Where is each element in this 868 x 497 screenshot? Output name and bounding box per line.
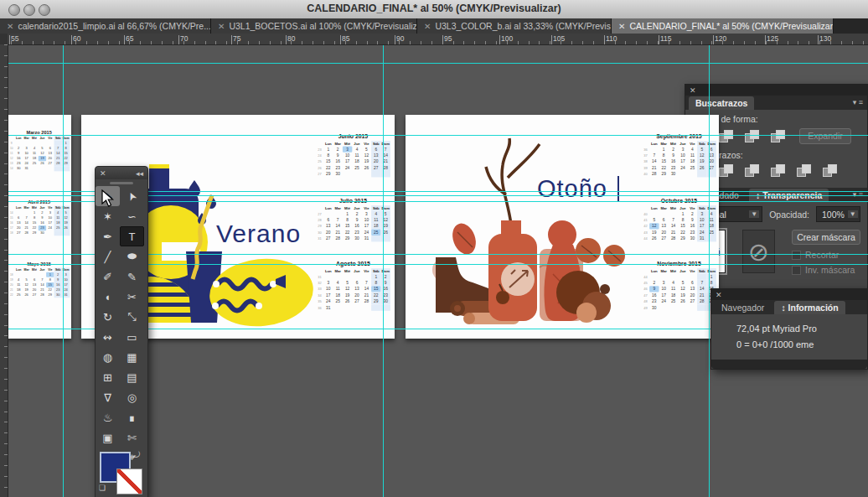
calendar-cell: 27 [688, 298, 697, 304]
scale-tool[interactable]: ⤡ [120, 307, 144, 327]
create-mask-button[interactable]: Crear máscara [792, 230, 860, 245]
symbol-sprayer-tool[interactable]: ♨ [96, 407, 120, 427]
perspective-grid-tool[interactable]: ▦ [120, 347, 144, 367]
calendar-cell: 11 [371, 217, 380, 223]
collapse-panel-icon[interactable]: ◂◂ [136, 169, 143, 178]
calendar-cell [362, 304, 371, 310]
calendar-cell: 23 [333, 165, 343, 171]
opacity-select[interactable]: 100%▼ [816, 206, 860, 222]
close-panel-icon[interactable]: ✕ [716, 291, 722, 299]
close-tab-icon[interactable]: ✕ [218, 22, 225, 31]
line-segment-tool[interactable]: ╱ [96, 246, 120, 267]
document-tab[interactable]: ✕CALENDARIO_FINAL* al 50% (CMYK/Previsua… [612, 18, 834, 34]
close-panel-icon[interactable]: ✕ [690, 86, 696, 95]
guide-horizontal[interactable] [7, 63, 868, 64]
otono-text[interactable]: Otoño [537, 175, 607, 203]
opacity-label: Opacidad: [769, 210, 809, 220]
lasso-tool[interactable]: ∽ [120, 206, 144, 226]
tab-informacion[interactable]: ↕ Información [774, 301, 845, 314]
horizontal-ruler[interactable]: 556065707580859095100105110115120125130 [0, 34, 868, 45]
shape-builder-tool[interactable]: ◍ [96, 347, 120, 367]
calendar-cell: 19 [678, 293, 687, 298]
checkbox-icon[interactable] [792, 251, 801, 260]
close-tab-icon[interactable]: ✕ [618, 22, 625, 31]
panel-header[interactable]: ✕ [711, 289, 867, 300]
tab-buscatrazos[interactable]: Buscatrazos [689, 96, 754, 110]
inv-mascara-checkbox[interactable]: Inv. máscara [792, 265, 860, 275]
blob-brush-tool[interactable]: ◖ [96, 287, 120, 307]
close-tab-icon[interactable]: ✕ [424, 22, 431, 31]
document-tab[interactable]: ✕calendario2015_limpio.ai al 66,67% (CMY… [0, 18, 211, 34]
paintbrush-tool[interactable]: ✐ [96, 267, 120, 287]
menos-frente-button[interactable] [718, 130, 735, 143]
combinar-button[interactable] [744, 164, 761, 178]
guide-vertical[interactable] [383, 44, 384, 497]
type-tool[interactable]: T [120, 226, 144, 246]
scissors-tool[interactable]: ✂ [120, 287, 144, 307]
pencil-tool[interactable]: ✎ [120, 267, 144, 287]
rotate-tool[interactable]: ↻ [96, 307, 120, 327]
calendar-cell: 12 [697, 153, 706, 158]
tool-palette-header[interactable]: ✕ ◂◂ [96, 167, 147, 179]
recortar-button[interactable] [770, 164, 787, 178]
close-panel-icon[interactable]: ✕ [100, 169, 106, 178]
eyedropper-tool[interactable]: ∇ [96, 387, 120, 407]
palette-grip[interactable] [110, 182, 133, 184]
mask-thumbnail[interactable]: ⊘ [742, 230, 776, 273]
calendar-cell: 26 [23, 293, 30, 298]
guide-vertical[interactable] [709, 44, 710, 497]
mesh-tool[interactable]: ⊞ [96, 367, 120, 387]
mini-calendar-octubre-2015: Octubre 2015LunMarMiéJueVieSábDom4012344… [642, 198, 716, 241]
paintbrush-tool-icon: ✐ [103, 271, 112, 283]
checkbox-icon[interactable] [792, 266, 801, 275]
default-colors-icon[interactable]: ❏ [99, 484, 106, 492]
blend-tool[interactable]: ◎ [120, 387, 144, 407]
calendar-cell: 30 [688, 236, 697, 241]
free-transform-tool[interactable]: ▭ [120, 327, 144, 347]
slice-tool[interactable]: ✄ [120, 427, 144, 448]
calendar-cell: 25 [352, 165, 361, 171]
guide-vertical[interactable] [63, 44, 64, 497]
menos-fondo-button[interactable] [822, 164, 839, 178]
ellipse-tool[interactable]: ⬬ [120, 246, 144, 267]
calendar-cell [333, 273, 343, 279]
verano-text[interactable]: Verano [216, 220, 301, 248]
excluir-button[interactable] [770, 130, 787, 143]
ruler-corner[interactable] [0, 34, 8, 44]
recortar-checkbox[interactable]: Recortar [792, 250, 860, 260]
direct-selection-tool[interactable]: ➤ [120, 186, 144, 206]
tab-navegador[interactable]: Navegador [715, 301, 771, 314]
width-tool[interactable]: ↭ [96, 327, 120, 347]
calendar-cell: 18 [669, 293, 678, 298]
panel-menu-icon[interactable]: ▾ ≡ [853, 98, 863, 106]
leaf-terracotta [448, 220, 479, 258]
document-tab[interactable]: ✕U3L1_BOCETOS.ai al 100% (CMYK/Previsual… [211, 18, 417, 34]
calendar-cell: 12 [678, 286, 687, 292]
formar-interseccion-button[interactable] [744, 130, 761, 143]
vertical-ruler[interactable] [0, 44, 8, 497]
document-tab[interactable]: ✕U3L3_COLOR_b.ai al 33,33% (CMYK/Previsu… [417, 18, 612, 34]
tool-palette[interactable]: ✕ ◂◂ ➤➤✶∽✒T╱⬬✐✎◖✂↻⤡↭▭◍▦⊞▤∇◎♨∎▣✄Ψ⌖ ⤾ ❏ [95, 166, 148, 497]
stroke-color-swatch[interactable] [116, 469, 142, 494]
expandir-button[interactable]: Expandir [799, 128, 851, 144]
contorno-button[interactable] [796, 164, 813, 178]
close-tab-icon[interactable]: ✕ [7, 22, 13, 31]
calendar-cell: 28 [23, 230, 30, 236]
column-graph-tool[interactable]: ∎ [120, 407, 144, 427]
cortar-button[interactable] [718, 164, 735, 178]
calendar-cell: 31 [316, 236, 323, 241]
guide-horizontal[interactable] [7, 135, 868, 136]
title-bar[interactable]: CALENDARIO_FINAL* al 50% (CMYK/Previsual… [0, 0, 868, 19]
swap-fill-stroke-icon[interactable]: ⤾ [133, 450, 140, 460]
pen-tool[interactable]: ✒ [96, 226, 120, 246]
calendar-cell: 7 [333, 217, 343, 223]
mini-calendar-junio-2015: Junio 2015LunMarMiéJueVieSábDom231234567… [316, 133, 390, 177]
calendar-cell [659, 210, 669, 216]
blob-peach [576, 303, 597, 323]
calendar-cell: 40 [642, 171, 649, 177]
calendar-cell: 22 [659, 165, 669, 171]
panel-header[interactable]: ✕ [685, 85, 867, 96]
calendar-cell: 49 [642, 304, 649, 310]
artboard-tool[interactable]: ▣ [96, 427, 120, 448]
gradient-tool[interactable]: ▤ [120, 367, 144, 387]
